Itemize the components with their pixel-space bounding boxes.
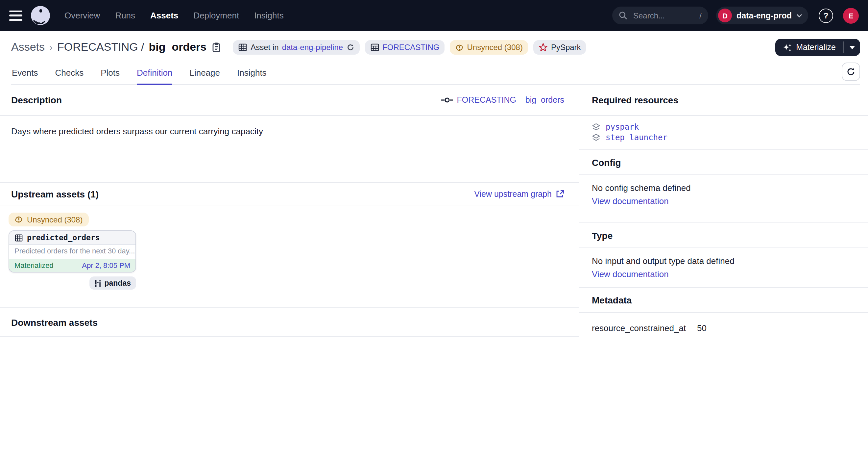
materialize-options-button[interactable] — [844, 39, 860, 56]
required-resources-list: pyspark step_launcher — [579, 116, 868, 150]
search-shortcut-hint: / — [699, 11, 702, 20]
deployment-badge: D — [718, 8, 732, 22]
pandas-icon — [94, 279, 101, 287]
table-icon — [14, 233, 23, 242]
deployment-switcher[interactable]: D data-eng-prod — [716, 7, 808, 24]
help-icon[interactable]: ? — [819, 8, 833, 23]
layers-icon — [592, 133, 600, 142]
tab-lineage[interactable]: Lineage — [189, 65, 220, 85]
resource-link-pyspark[interactable]: pyspark — [592, 122, 856, 131]
type-body: No input and output type data defined Vi… — [579, 248, 868, 288]
search-input[interactable] — [632, 10, 699, 21]
metadata-key: resource_constrained_at — [592, 323, 697, 333]
nav-item-insights[interactable]: Insights — [254, 10, 284, 21]
type-view-documentation-link[interactable]: View documentation — [592, 269, 856, 279]
breadcrumb-group: FORECASTING / — [57, 41, 144, 54]
config-body: No config schema defined View documentat… — [579, 175, 868, 223]
asset-tabs: Events Checks Plots Definition Lineage I… — [11, 62, 860, 85]
definition-side-panel: Required resources pyspark step_launcher… — [579, 85, 868, 464]
unsynced-icon — [455, 43, 464, 52]
upstream-header: Upstream assets (1) View upstream graph — [0, 183, 579, 205]
metadata-row: resource_constrained_at 50 — [579, 313, 868, 333]
layers-icon — [592, 123, 600, 131]
nav-item-assets[interactable]: Assets — [150, 10, 178, 21]
nav-item-overview[interactable]: Overview — [64, 10, 100, 21]
upstream-asset-card[interactable]: predicted_orders Predicted orders for th… — [8, 230, 136, 272]
sparkles-icon — [782, 42, 792, 52]
job-link[interactable]: data-eng-pipeline — [282, 43, 343, 52]
upstream-heading: Upstream assets (1) — [11, 188, 99, 199]
op-icon — [441, 97, 453, 103]
upstream-asset-status-row: Materialized Apr 2, 8:05 PM — [9, 259, 135, 272]
app-window: Overview Runs Assets Deployment Insights… — [0, 0, 868, 468]
chevron-down-icon — [796, 13, 802, 18]
top-nav: Overview Runs Assets Deployment Insights… — [0, 0, 868, 31]
downstream-heading: Downstream assets — [11, 317, 98, 327]
dagster-logo-icon[interactable] — [31, 6, 50, 25]
resource-link-step-launcher[interactable]: step_launcher — [592, 133, 856, 142]
search-icon — [619, 11, 627, 20]
nav-item-runs[interactable]: Runs — [115, 10, 135, 21]
external-link-icon — [556, 189, 564, 198]
upstream-sync-badge: Unsynced (308) — [8, 213, 88, 227]
caret-down-icon — [849, 46, 855, 49]
description-header: Description FORECASTING__big_orders — [0, 85, 579, 116]
metadata-heading: Metadata — [592, 295, 631, 305]
materialization-timestamp-link[interactable]: Apr 2, 8:05 PM — [82, 261, 130, 269]
materialized-status: Materialized — [14, 261, 54, 269]
config-view-documentation-link[interactable]: View documentation — [592, 196, 856, 206]
upstream-asset-name: predicted_orders — [27, 233, 100, 242]
compute-kind-tag-pandas[interactable]: pandas — [89, 276, 136, 290]
downstream-header: Downstream assets — [0, 308, 579, 337]
view-upstream-graph-link[interactable]: View upstream graph — [474, 189, 564, 199]
search-box[interactable]: / — [612, 7, 708, 24]
tab-checks[interactable]: Checks — [55, 65, 84, 85]
graph-op-link[interactable]: FORECASTING__big_orders — [441, 95, 564, 105]
copy-asset-name-icon[interactable] — [212, 42, 221, 53]
materialize-button[interactable]: Materialize — [775, 39, 843, 56]
asset-group-icon — [370, 43, 379, 52]
definition-main-panel: Description FORECASTING__big_orders Days… — [0, 85, 579, 464]
deployment-name: data-eng-prod — [737, 11, 792, 20]
description-text: Days where predicted orders surpass our … — [0, 116, 579, 183]
metadata-header: Metadata — [579, 288, 868, 313]
breadcrumb: Assets › FORECASTING / big_orders — [11, 41, 207, 54]
tab-insights[interactable]: Insights — [237, 65, 267, 85]
hamburger-menu-icon[interactable] — [9, 10, 22, 21]
refresh-icon — [346, 43, 354, 51]
logo-eye — [39, 9, 42, 12]
spark-star-icon — [538, 43, 548, 52]
asset-tags: Asset in data-eng-pipeline FORECASTING U… — [233, 40, 586, 55]
unsynced-icon — [14, 215, 23, 224]
tab-definition[interactable]: Definition — [137, 65, 172, 85]
config-heading: Config — [592, 157, 621, 168]
tag-compute-kind[interactable]: PySpark — [533, 40, 586, 55]
description-heading: Description — [11, 95, 62, 105]
tab-plots[interactable]: Plots — [101, 65, 120, 85]
metadata-value: 50 — [697, 323, 707, 333]
tag-sync-status[interactable]: Unsynced (308) — [450, 40, 528, 55]
tag-asset-in-job[interactable]: Asset in data-eng-pipeline — [233, 40, 360, 55]
tab-events[interactable]: Events — [12, 65, 38, 85]
nav-item-deployment[interactable]: Deployment — [193, 10, 239, 21]
breadcrumb-separator-icon: › — [49, 41, 53, 53]
materialize-split-button: Materialize — [775, 39, 860, 56]
type-heading: Type — [592, 230, 613, 241]
upstream-asset-description: Predicted orders for the next 30 day... — [9, 245, 135, 259]
user-avatar[interactable]: E — [843, 7, 859, 23]
breadcrumb-assets-link[interactable]: Assets — [11, 41, 45, 54]
type-header: Type — [579, 223, 868, 248]
table-icon — [238, 43, 247, 52]
refresh-icon — [846, 67, 856, 76]
required-resources-header: Required resources — [579, 85, 868, 116]
refresh-button[interactable] — [842, 62, 860, 81]
primary-nav: Overview Runs Assets Deployment Insights — [64, 10, 284, 21]
required-resources-heading: Required resources — [592, 95, 678, 105]
config-empty-message: No config schema defined — [592, 183, 856, 193]
type-empty-message: No input and output type data defined — [592, 256, 856, 266]
config-header: Config — [579, 150, 868, 175]
upstream-assets-list: Unsynced (308) predicted_orders Predicte… — [0, 205, 579, 308]
asset-header: Assets › FORECASTING / big_orders Asset … — [0, 31, 868, 85]
page-title: big_orders — [149, 41, 207, 54]
tag-group-forecasting[interactable]: FORECASTING — [365, 40, 444, 55]
